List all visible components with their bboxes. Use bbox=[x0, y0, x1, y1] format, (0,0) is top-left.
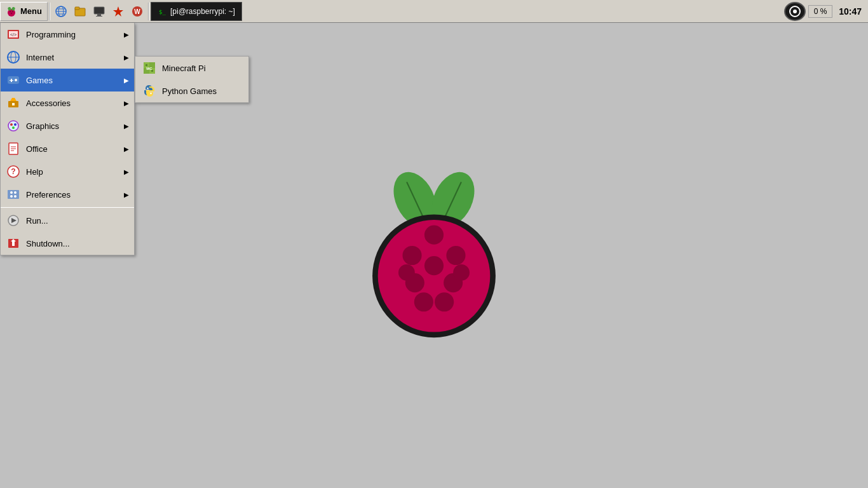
menu-divider-1 bbox=[1, 207, 134, 208]
minecraft-icon: MC bbox=[142, 60, 157, 76]
terminal-button[interactable]: $_ [pi@raspberrypi: ~] bbox=[151, 2, 242, 21]
separator-1 bbox=[49, 3, 50, 20]
svg-point-64 bbox=[14, 191, 17, 194]
cpu-percent: 0 % bbox=[808, 5, 832, 18]
accessories-label: Accessories bbox=[26, 98, 124, 108]
svg-point-53 bbox=[14, 123, 17, 126]
menu-item-help[interactable]: ? Help ▶ bbox=[1, 160, 134, 183]
svg-point-51 bbox=[8, 121, 18, 131]
svg-point-47 bbox=[15, 79, 17, 81]
svg-point-52 bbox=[10, 123, 13, 126]
minecraft-label: Minecraft Pi bbox=[162, 64, 206, 73]
preferences-arrow: ▶ bbox=[124, 191, 129, 198]
browser2-icon-btn[interactable]: W bbox=[128, 2, 147, 21]
games-submenu: MC Minecraft Pi Python Games bbox=[135, 56, 249, 103]
svg-rect-16 bbox=[96, 16, 102, 17]
accessories-arrow: ▶ bbox=[124, 100, 129, 107]
preferences-icon bbox=[6, 187, 21, 202]
svg-text:MC: MC bbox=[146, 67, 153, 71]
menu-item-internet[interactable]: Internet ▶ bbox=[1, 46, 134, 69]
globe-icon bbox=[55, 5, 67, 18]
svg-text:</>: </> bbox=[10, 32, 17, 37]
help-label: Help bbox=[26, 167, 124, 177]
python-games-label: Python Games bbox=[162, 86, 217, 96]
cpu-widget bbox=[784, 2, 806, 21]
rpi-logo bbox=[364, 166, 504, 344]
menu-item-shutdown[interactable]: Shutdown... bbox=[1, 232, 134, 255]
svg-text:?: ? bbox=[11, 167, 15, 176]
svg-point-31 bbox=[424, 256, 444, 275]
programming-arrow: ▶ bbox=[124, 31, 129, 38]
menu-item-office[interactable]: Office ▶ bbox=[1, 137, 134, 160]
menu-button[interactable]: Menu bbox=[0, 2, 48, 21]
menu-item-run[interactable]: Run... bbox=[1, 209, 134, 232]
svg-point-35 bbox=[435, 292, 454, 311]
svg-rect-74 bbox=[146, 64, 147, 66]
svg-point-62 bbox=[10, 191, 13, 194]
taskbar: Menu W bbox=[0, 0, 868, 23]
graphics-arrow: ▶ bbox=[124, 123, 129, 130]
menu-label: Menu bbox=[20, 6, 42, 16]
svg-rect-13 bbox=[75, 7, 79, 10]
svg-rect-15 bbox=[97, 14, 101, 16]
svg-point-37 bbox=[453, 264, 470, 281]
svg-point-4 bbox=[10, 10, 11, 11]
svg-text:$_: $_ bbox=[159, 9, 166, 15]
svg-point-34 bbox=[414, 292, 433, 311]
svg-marker-17 bbox=[113, 6, 123, 17]
folder-icon bbox=[74, 5, 86, 18]
svg-rect-46 bbox=[10, 80, 13, 81]
cpu-dot bbox=[793, 10, 797, 13]
mathematica-icon-btn[interactable] bbox=[109, 2, 128, 21]
svg-point-36 bbox=[398, 264, 415, 281]
star-icon bbox=[112, 5, 125, 18]
svg-point-6 bbox=[11, 12, 12, 13]
svg-text:W: W bbox=[134, 8, 140, 15]
svg-point-29 bbox=[402, 246, 421, 265]
shutdown-label: Shutdown... bbox=[26, 239, 129, 248]
internet-arrow: ▶ bbox=[124, 54, 129, 61]
wolf-icon: W bbox=[131, 5, 144, 18]
main-menu: </> Programming ▶ Internet ▶ Games ▶ Acc… bbox=[0, 23, 135, 255]
office-label: Office bbox=[26, 144, 124, 154]
internet-label: Internet bbox=[26, 53, 124, 62]
svg-marker-49 bbox=[10, 98, 17, 101]
office-icon bbox=[6, 141, 21, 156]
terminal-icon: $_ bbox=[158, 6, 168, 17]
games-label: Games bbox=[26, 76, 124, 85]
menu-item-preferences[interactable]: Preferences ▶ bbox=[1, 183, 134, 206]
filemanager-icon-btn[interactable] bbox=[71, 2, 90, 21]
browser-icon-btn[interactable] bbox=[51, 2, 71, 21]
monitor-icon bbox=[93, 5, 105, 18]
svg-point-5 bbox=[12, 10, 13, 11]
office-arrow: ▶ bbox=[124, 146, 129, 152]
menu-item-games[interactable]: Games ▶ bbox=[1, 69, 134, 92]
programming-icon: </> bbox=[6, 27, 21, 42]
separator-2 bbox=[148, 3, 149, 20]
games-icon bbox=[6, 72, 21, 88]
svg-rect-69 bbox=[12, 241, 15, 246]
menu-item-accessories[interactable]: Accessories ▶ bbox=[1, 92, 134, 114]
run-icon bbox=[6, 213, 21, 228]
raspberry-icon bbox=[6, 6, 17, 17]
svg-rect-50 bbox=[12, 103, 15, 105]
graphics-icon bbox=[6, 118, 21, 133]
svg-point-54 bbox=[12, 126, 15, 129]
svg-point-30 bbox=[446, 246, 465, 265]
menu-item-programming[interactable]: </> Programming ▶ bbox=[1, 23, 134, 46]
submenu-item-minecraft[interactable]: MC Minecraft Pi bbox=[135, 57, 248, 79]
taskbar-right: 0 % 10:47 bbox=[784, 2, 868, 21]
cpu-icon bbox=[789, 6, 801, 17]
menu-item-graphics[interactable]: Graphics ▶ bbox=[1, 114, 134, 137]
submenu-item-python-games[interactable]: Python Games bbox=[135, 79, 248, 102]
monitor-icon-btn[interactable] bbox=[90, 2, 109, 21]
svg-rect-61 bbox=[8, 190, 19, 199]
graphics-label: Graphics bbox=[26, 121, 124, 131]
terminal-label: [pi@raspberrypi: ~] bbox=[170, 7, 235, 16]
python-icon bbox=[142, 83, 157, 98]
programming-label: Programming bbox=[26, 30, 124, 39]
help-arrow: ▶ bbox=[124, 168, 129, 175]
preferences-label: Preferences bbox=[26, 190, 124, 200]
internet-icon bbox=[6, 50, 21, 65]
shutdown-icon bbox=[6, 236, 21, 251]
